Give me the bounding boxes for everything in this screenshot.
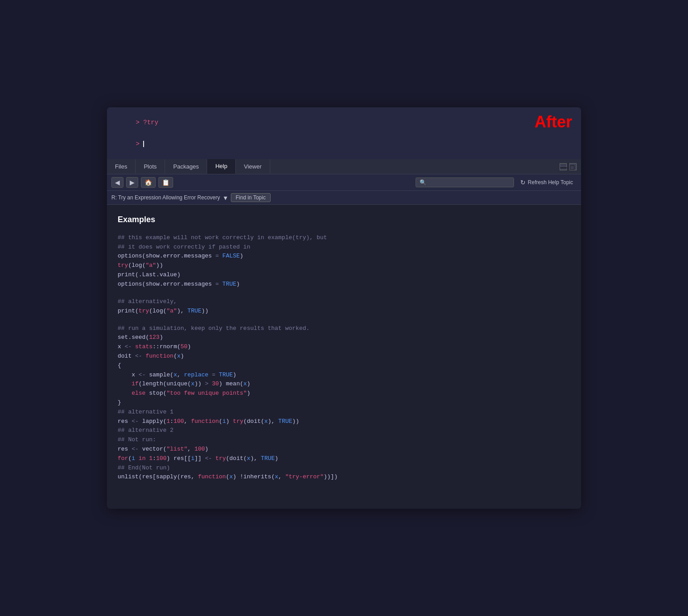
maximize-button[interactable]: □ — [569, 163, 577, 170]
empty-line-1 — [118, 289, 570, 297]
refresh-label: Refresh Help Topic — [528, 179, 573, 186]
code-line-24: ## End(Not run) — [118, 464, 570, 473]
code-line-4: try(log("a")) — [118, 261, 570, 270]
home-icon: 🏠 — [144, 179, 152, 186]
code-line-2: ## it does work correctly if pasted in — [118, 243, 570, 252]
code-line-6: options(show.error.messages = TRUE) — [118, 280, 570, 289]
bookmark-button[interactable]: 📋 — [158, 177, 173, 188]
code-line-8: print(try(log("a"), TRUE)) — [118, 307, 570, 316]
code-line-14: x <- sample(x, replace = TRUE) — [118, 371, 570, 380]
console-line-2: > — [113, 133, 575, 155]
code-line-23: for(i in 1:100) res[[i]] <- try(doit(x),… — [118, 454, 570, 464]
code-block: ## this example will not work correctly … — [118, 233, 570, 482]
section-title: Examples — [118, 214, 570, 226]
minimize-button[interactable]: ― — [560, 163, 567, 170]
find-in-topic-button[interactable]: Find in Topic — [231, 193, 271, 202]
tab-help[interactable]: Help — [207, 159, 236, 174]
code-line-7: ## alternatively, — [118, 297, 570, 307]
console-cursor — [143, 141, 144, 147]
app-container: > ?try > After Files Plots Packages Help… — [107, 107, 581, 509]
bookmark-icon: 📋 — [162, 179, 170, 186]
code-line-9: ## run a simulation, keep only the resul… — [118, 324, 570, 333]
tab-plots[interactable]: Plots — [136, 160, 165, 173]
breadcrumb-dropdown-icon[interactable]: ▾ — [224, 194, 227, 202]
code-line-19: res <- lapply(1:100, function(i) try(doi… — [118, 417, 570, 426]
console-prompt-1: > ?try — [136, 119, 158, 126]
search-icon: 🔍 — [420, 179, 426, 186]
code-line-17: } — [118, 398, 570, 408]
search-input[interactable] — [428, 179, 495, 186]
code-line-22: res <- vector("list", 100) — [118, 445, 570, 454]
code-line-25: unlist(res[sapply(res, function(x) !inhe… — [118, 473, 570, 482]
toolbar: ◀ ▶ 🏠 📋 🔍 ↻ Refresh Help Topic — [107, 174, 581, 191]
tab-viewer[interactable]: Viewer — [236, 160, 270, 173]
code-line-18: ## alternative 1 — [118, 408, 570, 417]
breadcrumb-bar: R: Try an Expression Allowing Error Reco… — [107, 191, 581, 205]
code-line-15: if(length(unique(x)) > 30) mean(x) — [118, 380, 570, 389]
code-line-10: set.seed(123) — [118, 333, 570, 342]
code-line-1: ## this example will not work correctly … — [118, 233, 570, 243]
console-area: > ?try > After — [107, 107, 581, 159]
forward-button[interactable]: ▶ — [126, 177, 138, 188]
breadcrumb-text: R: Try an Expression Allowing Error Reco… — [111, 194, 220, 201]
code-line-5: print(.Last.value) — [118, 270, 570, 280]
tab-bar: Files Plots Packages Help Viewer ― □ — [107, 159, 581, 174]
console-prompt-2: > — [136, 140, 143, 148]
after-label: After — [535, 113, 572, 131]
refresh-icon: ↻ — [520, 179, 526, 186]
code-line-3: options(show.error.messages = FALSE) — [118, 252, 570, 261]
code-line-13: { — [118, 361, 570, 371]
back-button[interactable]: ◀ — [111, 177, 123, 188]
code-line-12: doit <- function(x) — [118, 352, 570, 361]
console-line-1: > ?try — [113, 112, 575, 133]
help-content: Examples ## this example will not work c… — [107, 205, 581, 509]
tab-files[interactable]: Files — [107, 160, 136, 173]
refresh-button[interactable]: ↻ Refresh Help Topic — [517, 177, 577, 187]
tab-packages[interactable]: Packages — [165, 160, 207, 173]
empty-line-2 — [118, 316, 570, 324]
code-line-21: ## Not run: — [118, 435, 570, 445]
home-button[interactable]: 🏠 — [141, 177, 156, 188]
code-line-20: ## alternative 2 — [118, 426, 570, 435]
window-controls: ― □ — [555, 163, 581, 170]
code-line-11: x <- stats::rnorm(50) — [118, 342, 570, 352]
search-box: 🔍 — [416, 177, 514, 187]
code-line-16: else stop("too few unique points") — [118, 389, 570, 398]
